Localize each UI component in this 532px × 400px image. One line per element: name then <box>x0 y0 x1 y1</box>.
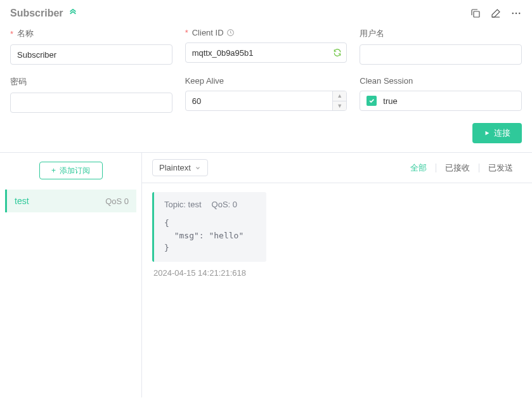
keepalive-down[interactable]: ▼ <box>333 101 346 111</box>
password-input[interactable] <box>10 93 172 113</box>
svg-rect-0 <box>474 11 479 17</box>
more-icon[interactable] <box>510 8 522 19</box>
username-label: 用户名 <box>360 28 522 39</box>
connect-button-label: 连接 <box>494 127 510 139</box>
message-card: Topic: test QoS: 0 { "msg": "hello" } <box>152 192 266 262</box>
subscription-qos: QoS 0 <box>105 197 129 206</box>
svg-point-3 <box>519 13 520 14</box>
subscription-topic: test <box>15 196 29 206</box>
name-input[interactable] <box>10 44 172 65</box>
password-label: 密码 <box>10 76 172 87</box>
filter-tab-received[interactable]: 已接收 <box>436 162 479 174</box>
clock-icon <box>226 29 235 37</box>
cleansession-label: Clean Session <box>360 76 522 86</box>
clientid-label: *Client ID <box>185 28 347 37</box>
svg-point-2 <box>516 13 517 14</box>
keepalive-input[interactable] <box>185 91 347 111</box>
format-select[interactable]: Plaintext <box>152 159 208 176</box>
chevron-down-icon <box>195 165 201 171</box>
name-label: *名称 <box>10 28 172 39</box>
username-input[interactable] <box>360 44 522 65</box>
plus-icon: + <box>51 166 56 175</box>
cleansession-value: true <box>383 96 397 106</box>
edit-icon[interactable] <box>490 8 502 19</box>
subscription-item[interactable]: test QoS 0 <box>5 190 136 212</box>
msg-timestamp: 2024-04-15 14:21:21:618 <box>152 268 522 278</box>
refresh-icon[interactable] <box>333 48 342 57</box>
msg-qos: QoS: 0 <box>212 200 237 209</box>
filter-tab-sent[interactable]: 已发送 <box>479 162 522 174</box>
msg-body: { "msg": "hello" } <box>164 217 256 254</box>
duplicate-icon[interactable] <box>470 8 481 19</box>
filter-tab-all[interactable]: 全部 <box>401 162 436 174</box>
keepalive-label: Keep Alive <box>185 76 347 86</box>
format-select-label: Plaintext <box>159 163 191 172</box>
msg-topic: Topic: test <box>164 200 202 209</box>
connect-button[interactable]: 连接 <box>472 123 522 143</box>
keepalive-up[interactable]: ▲ <box>333 91 346 101</box>
page-title: Subscriber <box>10 8 63 19</box>
add-subscription-button[interactable]: + 添加订阅 <box>39 162 103 179</box>
collapse-icon[interactable] <box>68 8 77 19</box>
clientid-input[interactable] <box>185 42 347 63</box>
svg-point-1 <box>512 13 514 14</box>
add-subscription-label: 添加订阅 <box>60 165 90 176</box>
cleansession-checkbox[interactable] <box>367 96 377 106</box>
